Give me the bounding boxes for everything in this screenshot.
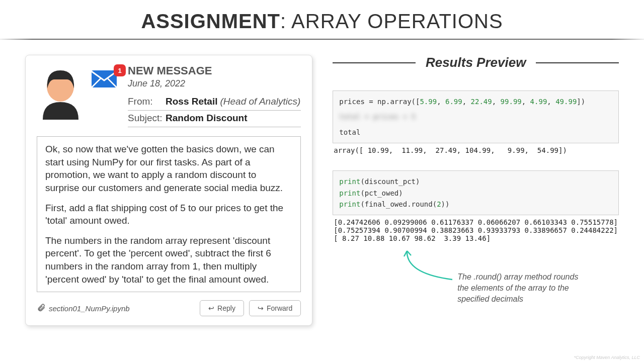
subject-row: Subject: Random Discount — [128, 111, 301, 127]
code-output: array([ 10.99, 11.99, 27.49, 104.99, 9.9… — [333, 143, 619, 156]
paperclip-icon — [37, 303, 46, 314]
attachment[interactable]: section01_NumPy.ipynb — [37, 303, 195, 314]
reply-button[interactable]: ↩ Reply — [200, 300, 244, 316]
message-date: June 18, 2022 — [128, 78, 301, 89]
results-preview: Results Preview prices = np.array([5.99,… — [333, 55, 619, 326]
page-title: ASSIGNMENT: ARRAY OPERATIONS — [0, 0, 644, 39]
body-paragraph: First, add a flat shipping cost of 5 to … — [45, 202, 292, 227]
from-row: From: Ross Retail (Head of Analytics) — [128, 94, 301, 111]
message-card: 1 NEW MESSAGE June 18, 2022 From: Ross R… — [25, 55, 312, 326]
forward-icon: ↪ — [258, 304, 264, 312]
copyright: *Copyright Maven Analytics, LLC — [574, 355, 640, 360]
svg-rect-1 — [92, 70, 117, 87]
preview-heading: Results Preview — [426, 55, 526, 70]
code-cell: prices = np.array([5.99, 6.99, 22.49, 99… — [333, 90, 619, 143]
blurred-code: total = prices + 5 — [339, 111, 612, 122]
attachment-name: section01_NumPy.ipynb — [49, 304, 130, 313]
new-message-label: NEW MESSAGE — [128, 64, 301, 77]
divider — [333, 62, 416, 63]
code-cell: print(discount_pct) print(pct_owed) prin… — [333, 170, 619, 215]
body-paragraph: The numbers in the random array represen… — [45, 234, 292, 286]
header-divider — [0, 39, 644, 40]
forward-button[interactable]: ↪ Forward — [249, 300, 301, 316]
divider — [536, 62, 619, 63]
message-body: Ok, so now that we've gotten the basics … — [37, 136, 301, 292]
code-output: [0.24742606 0.09299006 0.61176337 0.0606… — [333, 215, 619, 244]
envelope-icon: 1 — [91, 66, 122, 92]
notification-badge: 1 — [114, 64, 126, 76]
annotation-text: The .round() array method rounds the ele… — [457, 272, 583, 304]
body-paragraph: Ok, so now that we've gotten the basics … — [45, 143, 292, 195]
annotation-arrow-icon — [402, 248, 462, 289]
reply-icon: ↩ — [208, 304, 214, 312]
avatar — [37, 64, 85, 120]
